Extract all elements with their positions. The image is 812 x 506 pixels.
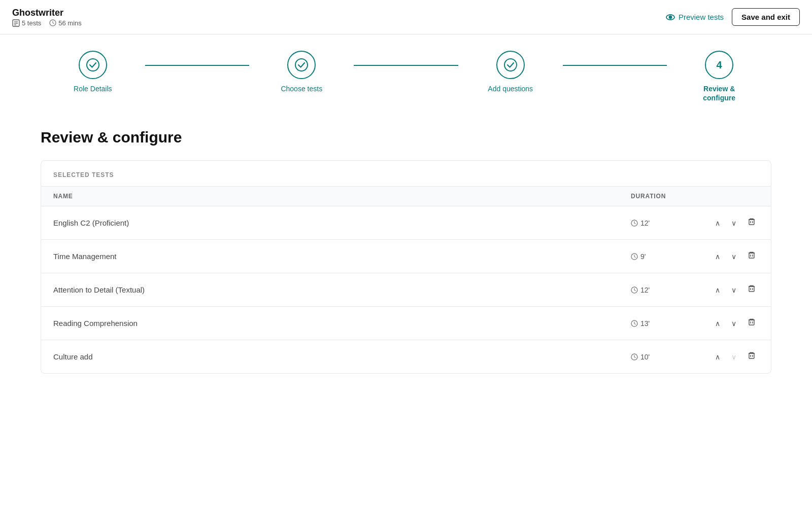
step-add-questions: Add questions <box>458 51 563 93</box>
svg-rect-39 <box>749 353 754 358</box>
chevron-down-icon <box>731 319 736 328</box>
delete-button[interactable] <box>745 215 759 230</box>
svg-line-26 <box>634 290 636 291</box>
actions-cell <box>712 349 759 364</box>
tests-table: NAME DURATION English C2 (Proficient) <box>41 187 771 373</box>
duration-cell: 9' <box>631 252 688 261</box>
actions-cell <box>712 215 759 230</box>
move-down-button[interactable] <box>728 250 739 263</box>
step-3-label: Add questions <box>488 84 533 93</box>
header-meta: 5 tests 56 mins <box>12 19 82 27</box>
tests-icon <box>12 19 20 27</box>
chevron-down-icon <box>731 219 736 227</box>
check-icon-1 <box>86 58 99 71</box>
table-row: English C2 (Proficient) 12' <box>41 206 771 240</box>
duration-cell: 12' <box>631 286 688 294</box>
tests-count-label: 5 tests <box>22 19 41 27</box>
step-choose-tests: Choose tests <box>249 51 354 93</box>
chevron-up-icon <box>715 352 720 361</box>
svg-rect-27 <box>749 286 754 292</box>
delete-button[interactable] <box>745 316 759 331</box>
duration-cell: 10' <box>631 353 688 361</box>
svg-rect-33 <box>749 320 754 325</box>
check-icon-3 <box>504 58 517 71</box>
clock-icon-row <box>631 253 638 260</box>
table-row: Reading Comprehension 13' <box>41 307 771 340</box>
move-up-button[interactable] <box>712 283 723 297</box>
move-down-button[interactable] <box>728 283 739 297</box>
move-down-button[interactable] <box>728 216 739 230</box>
move-down-button[interactable] <box>728 350 739 364</box>
move-up-button[interactable] <box>712 250 723 263</box>
step-4-circle: 4 <box>705 51 733 79</box>
svg-line-6 <box>53 23 54 24</box>
trash-icon <box>748 318 756 327</box>
step-1-label: Role Details <box>74 84 112 93</box>
chevron-down-icon <box>731 285 736 294</box>
clock-icon-row <box>631 353 638 360</box>
connector-1-2 <box>145 65 250 66</box>
svg-point-8 <box>669 16 671 18</box>
col-duration: DURATION <box>619 187 700 206</box>
delete-button[interactable] <box>745 282 759 297</box>
actions-cell <box>712 249 759 264</box>
chevron-up-icon <box>715 252 720 261</box>
trash-icon <box>748 251 756 260</box>
svg-line-20 <box>634 257 636 258</box>
trash-icon <box>748 218 756 226</box>
duration-value: 13' <box>640 319 650 328</box>
move-down-button[interactable] <box>728 317 739 330</box>
trash-icon <box>748 284 756 293</box>
svg-rect-15 <box>749 220 754 225</box>
table-header: NAME DURATION <box>41 187 771 206</box>
table-row: Attention to Detail (Textual) 12' <box>41 273 771 307</box>
eye-icon <box>665 12 675 22</box>
svg-line-32 <box>634 323 636 324</box>
preview-tests-button[interactable]: Preview tests <box>665 12 724 22</box>
page-title: Review & configure <box>41 129 771 146</box>
chevron-down-icon <box>731 252 736 261</box>
svg-line-38 <box>634 357 636 358</box>
duration-value: 9' <box>640 252 646 261</box>
svg-point-10 <box>295 59 308 71</box>
move-up-button[interactable] <box>712 350 723 364</box>
section-header: SELECTED TESTS <box>41 161 771 187</box>
check-icon-2 <box>295 58 308 71</box>
delete-button[interactable] <box>745 249 759 264</box>
step-4-label: Review &configure <box>703 84 735 102</box>
duration-item: 56 mins <box>49 19 82 27</box>
actions-cell <box>712 316 759 331</box>
save-exit-button[interactable]: Save and exit <box>732 8 800 26</box>
connector-3-4 <box>563 65 667 66</box>
duration-value: 10' <box>640 353 650 361</box>
svg-point-9 <box>87 59 99 71</box>
header-right: Preview tests Save and exit <box>665 8 800 26</box>
actions-cell <box>712 282 759 297</box>
move-up-button[interactable] <box>712 216 723 230</box>
move-up-button[interactable] <box>712 317 723 330</box>
test-name: English C2 (Proficient) <box>53 219 129 227</box>
delete-button[interactable] <box>745 349 759 364</box>
clock-icon-row <box>631 320 638 327</box>
duration-cell: 12' <box>631 219 688 227</box>
step-role-details: Role Details <box>41 51 145 93</box>
duration-cell: 13' <box>631 319 688 328</box>
step-review-configure: 4 Review &configure <box>667 51 771 102</box>
stepper: Role Details Choose tests Add questions … <box>0 34 812 113</box>
header: Ghostwriter 5 tests 56 mins <box>0 0 812 34</box>
col-actions <box>700 187 771 206</box>
duration-value: 12' <box>640 286 650 294</box>
svg-line-14 <box>634 223 636 224</box>
table-row: Culture add 10' <box>41 340 771 374</box>
selected-tests-card: SELECTED TESTS NAME DURATION English C2 … <box>41 160 771 374</box>
step-2-label: Choose tests <box>281 84 322 93</box>
step-2-circle <box>287 51 316 79</box>
chevron-up-icon <box>715 285 720 294</box>
table-row: Time Management 9' <box>41 240 771 273</box>
svg-rect-21 <box>749 253 754 258</box>
test-name: Time Management <box>53 252 117 261</box>
connector-2-3 <box>354 65 458 66</box>
preview-tests-label: Preview tests <box>679 13 724 21</box>
col-name: NAME <box>41 187 619 206</box>
duration-label: 56 mins <box>58 19 82 27</box>
